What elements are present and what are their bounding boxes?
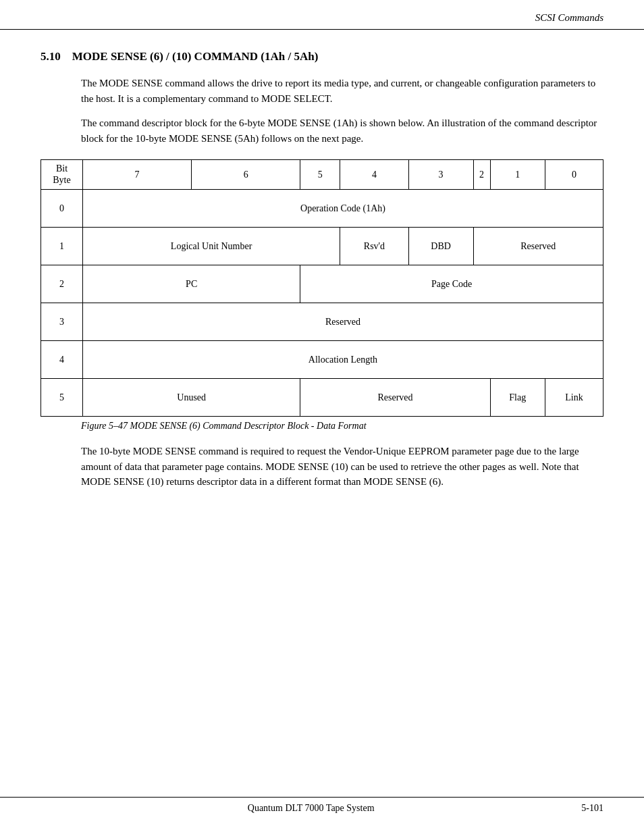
table-header-row: BitByte 7 6 5 4 3 2 1 0 — [41, 160, 603, 190]
table-caption: Figure 5–47 MODE SENSE (6) Command Descr… — [81, 421, 603, 432]
footer-center: Quantum DLT 7000 Tape System — [248, 803, 375, 814]
byte-0-label: 0 — [41, 190, 83, 228]
section-title: MODE SENSE (6) / (10) COMMAND (1Ah / 5Ah… — [72, 50, 319, 63]
pc-cell: PC — [83, 265, 300, 303]
paragraph-2: The command descriptor block for the 6-b… — [81, 115, 603, 146]
byte-4-label: 4 — [41, 341, 83, 379]
page-header: SCSI Commands — [0, 0, 644, 30]
command-table: BitByte 7 6 5 4 3 2 1 0 0 Operation Code… — [41, 159, 603, 417]
table-row-2: 2 PC Page Code — [41, 265, 603, 303]
post-paragraph-1: The 10-byte MODE SENSE command is requir… — [81, 444, 603, 490]
section-heading: 5.10 MODE SENSE (6) / (10) COMMAND (1Ah … — [41, 50, 603, 63]
allocation-length-cell: Allocation Length — [83, 341, 603, 379]
reserved-1-cell: Reserved — [473, 228, 603, 265]
col-header-7: 7 — [83, 160, 192, 190]
header-title: SCSI Commands — [535, 12, 603, 24]
table-row-4: 4 Allocation Length — [41, 341, 603, 379]
col-header-0: 0 — [545, 160, 603, 190]
footer-right: 5-101 — [581, 803, 603, 814]
byte-5-label: 5 — [41, 379, 83, 417]
main-content: 5.10 MODE SENSE (6) / (10) COMMAND (1Ah … — [0, 30, 644, 519]
byte-2-label: 2 — [41, 265, 83, 303]
byte-3-label: 3 — [41, 303, 83, 341]
reserved-5-cell: Reserved — [300, 379, 490, 417]
col-header-2: 2 — [473, 160, 490, 190]
reserved-3-cell: Reserved — [83, 303, 603, 341]
page-footer: Quantum DLT 7000 Tape System 5-101 — [0, 797, 644, 814]
section-number: 5.10 — [41, 50, 61, 63]
table-row-5: 5 Unused Reserved Flag Link — [41, 379, 603, 417]
col-header-4: 4 — [340, 160, 408, 190]
byte-1-label: 1 — [41, 228, 83, 265]
table-row-3: 3 Reserved — [41, 303, 603, 341]
col-header-5: 5 — [300, 160, 340, 190]
bit-byte-header: BitByte — [41, 160, 83, 190]
page: SCSI Commands 5.10 MODE SENSE (6) / (10)… — [0, 0, 644, 834]
operation-code-cell: Operation Code (1Ah) — [83, 190, 603, 228]
page-code-cell: Page Code — [300, 265, 603, 303]
table-row-0: 0 Operation Code (1Ah) — [41, 190, 603, 228]
col-header-6: 6 — [192, 160, 300, 190]
col-header-1: 1 — [490, 160, 545, 190]
paragraph-1: The MODE SENSE command allows the drive … — [81, 76, 603, 106]
table-row-1: 1 Logical Unit Number Rsv'd DBD Reserved — [41, 228, 603, 265]
dbd-cell: DBD — [408, 228, 473, 265]
col-header-3: 3 — [408, 160, 473, 190]
logical-unit-number-cell: Logical Unit Number — [83, 228, 340, 265]
link-cell: Link — [545, 379, 603, 417]
rsvd-cell: Rsv'd — [340, 228, 408, 265]
unused-cell: Unused — [83, 379, 300, 417]
flag-cell: Flag — [490, 379, 545, 417]
